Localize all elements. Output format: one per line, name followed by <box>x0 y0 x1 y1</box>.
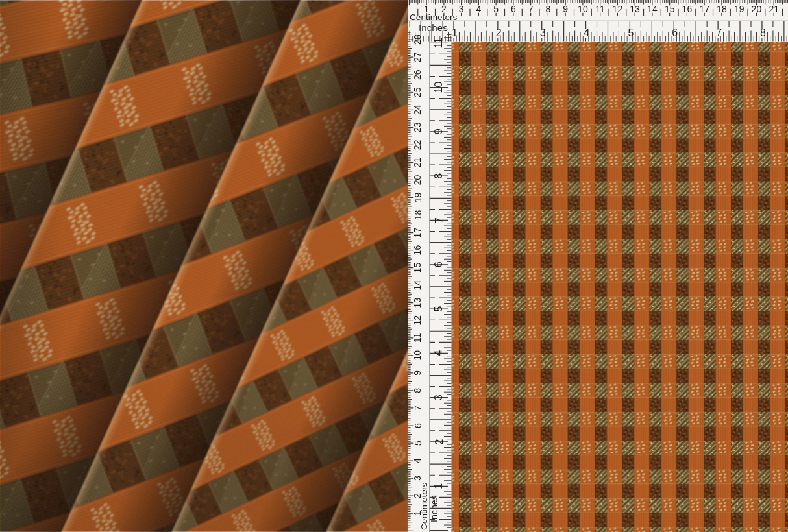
svg-text:10: 10 <box>578 4 588 14</box>
svg-text:Centimeters: Centimeters <box>419 483 429 530</box>
svg-text:4: 4 <box>434 350 445 356</box>
svg-text:Inches: Inches <box>419 22 448 33</box>
svg-text:24: 24 <box>413 104 423 115</box>
svg-text:3: 3 <box>413 476 423 481</box>
svg-text:12: 12 <box>613 4 623 14</box>
svg-text:19: 19 <box>734 4 745 14</box>
svg-text:20: 20 <box>752 4 762 14</box>
svg-text:14: 14 <box>413 280 423 291</box>
svg-text:18: 18 <box>413 210 423 221</box>
svg-text:6: 6 <box>672 27 678 38</box>
svg-text:15: 15 <box>665 4 675 14</box>
svg-text:11: 11 <box>413 333 423 343</box>
svg-text:1: 1 <box>452 27 458 38</box>
svg-text:8: 8 <box>546 4 551 14</box>
svg-text:15: 15 <box>413 263 423 273</box>
svg-text:6: 6 <box>434 261 445 267</box>
svg-text:21: 21 <box>413 157 423 167</box>
svg-text:4: 4 <box>413 458 423 463</box>
svg-text:7: 7 <box>413 405 423 411</box>
svg-text:11: 11 <box>434 38 445 49</box>
svg-text:2: 2 <box>434 439 445 444</box>
svg-text:10: 10 <box>434 82 445 93</box>
svg-text:5: 5 <box>413 441 423 446</box>
svg-text:Inches: Inches <box>429 495 439 522</box>
svg-text:9: 9 <box>413 370 423 376</box>
svg-text:27: 27 <box>413 52 423 62</box>
svg-text:11: 11 <box>595 4 605 14</box>
svg-text:23: 23 <box>413 122 423 132</box>
svg-text:20: 20 <box>413 175 423 185</box>
svg-text:5: 5 <box>628 27 634 38</box>
svg-text:7: 7 <box>434 217 445 223</box>
svg-text:3: 3 <box>459 4 464 14</box>
svg-text:7: 7 <box>716 27 722 38</box>
svg-text:12: 12 <box>413 315 423 326</box>
svg-text:21: 21 <box>769 4 779 14</box>
svg-text:4: 4 <box>584 27 590 38</box>
svg-text:10: 10 <box>413 350 423 361</box>
svg-text:16: 16 <box>413 245 423 256</box>
svg-text:9: 9 <box>434 128 445 134</box>
svg-text:6: 6 <box>413 423 423 428</box>
svg-text:17: 17 <box>699 4 709 14</box>
svg-text:3: 3 <box>434 394 445 400</box>
svg-text:2: 2 <box>496 27 502 38</box>
svg-text:4: 4 <box>476 4 482 14</box>
svg-text:6: 6 <box>511 4 516 14</box>
svg-text:19: 19 <box>413 193 423 203</box>
svg-text:13: 13 <box>413 298 423 308</box>
svg-text:9: 9 <box>563 4 568 14</box>
svg-text:25: 25 <box>413 87 423 97</box>
svg-text:26: 26 <box>413 69 423 80</box>
svg-text:13: 13 <box>630 4 640 14</box>
svg-text:17: 17 <box>413 228 423 238</box>
svg-text:22: 22 <box>413 139 423 150</box>
svg-text:16: 16 <box>682 4 693 14</box>
svg-text:3: 3 <box>540 27 546 38</box>
svg-text:Centimeters: Centimeters <box>410 12 457 22</box>
svg-text:7: 7 <box>528 4 534 14</box>
svg-text:5: 5 <box>434 306 445 312</box>
svg-text:28: 28 <box>413 34 423 45</box>
svg-text:5: 5 <box>493 4 499 14</box>
svg-text:18: 18 <box>717 4 727 14</box>
svg-text:1: 1 <box>434 483 445 489</box>
svg-text:8: 8 <box>434 173 445 179</box>
svg-text:8: 8 <box>413 388 423 393</box>
svg-text:8: 8 <box>760 27 766 38</box>
svg-text:14: 14 <box>647 4 658 14</box>
